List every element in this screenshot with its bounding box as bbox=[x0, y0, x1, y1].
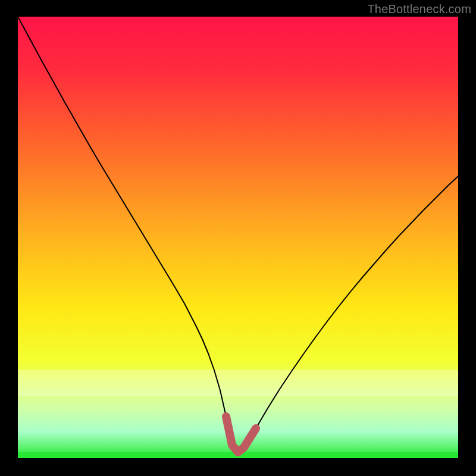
pale-band bbox=[18, 370, 458, 397]
chart-svg bbox=[18, 17, 458, 458]
plot-area bbox=[18, 17, 458, 458]
chart-frame: TheBottleneck.com bbox=[0, 0, 476, 476]
watermark-label: TheBottleneck.com bbox=[367, 2, 471, 16]
